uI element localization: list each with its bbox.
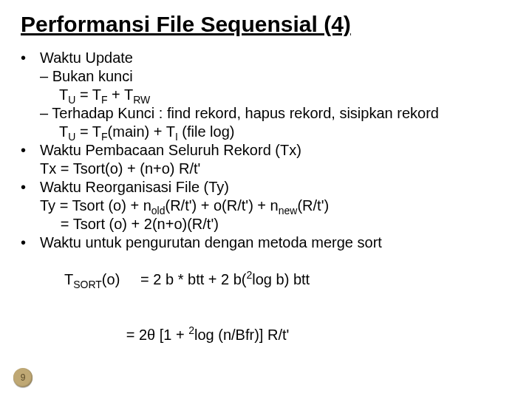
- eq-part: log (n/Bfr)] R/t': [194, 327, 289, 343]
- eq-part: Ty = Tsort (o) + n: [40, 197, 151, 214]
- eq-part: T: [59, 123, 68, 140]
- eq-part: = T: [75, 123, 101, 140]
- bullet-text: Waktu Reorganisasi File (Ty): [40, 178, 511, 197]
- eq-part: T: [59, 86, 68, 103]
- equation-tu-2: TU = TF(main) + TI (file log): [59, 123, 511, 141]
- bullet-text: Waktu untuk pengurutan dengan metoda mer…: [40, 233, 511, 252]
- slide-title: Performansi File Sequensial (4): [21, 12, 511, 37]
- equation-ty-2: = Tsort (o) + 2(n+o)(R/t'): [40, 215, 511, 233]
- eq-part: + T: [108, 86, 134, 103]
- eq-sup: 2: [188, 324, 194, 336]
- eq-part: (o) = 2 b * btt + 2 b(: [102, 271, 247, 287]
- eq-sub: new: [279, 205, 298, 216]
- eq-part: = T: [75, 86, 101, 103]
- eq-part: (R/t') + o(R/t') + n: [166, 197, 279, 214]
- bullet-text: Waktu Pembacaan Seluruh Rekord (Tx): [40, 141, 511, 160]
- bullet-dot-icon: [21, 233, 40, 252]
- bullet-waktu-update: Waktu Update: [21, 49, 511, 67]
- equation-tu-1: TU = TF + TRW: [59, 86, 511, 104]
- eq-part: = 2θ [1 +: [64, 327, 188, 343]
- sub-bukan-kunci: – Bukan kunci: [40, 67, 511, 86]
- slide-content: Waktu Update – Bukan kunci TU = TF + TRW…: [21, 49, 511, 363]
- equation-tsort-2: = 2θ [1 + 2log (n/Bfr)] R/t': [40, 307, 511, 363]
- sub-terhadap-kunci: – Terhadap Kunci : find rekord, hapus re…: [40, 104, 511, 123]
- eq-part: log b) btt: [252, 271, 310, 287]
- eq-sub: SORT: [73, 279, 102, 290]
- bullet-waktu-pembacaan: Waktu Pembacaan Seluruh Rekord (Tx): [21, 141, 511, 160]
- page-number-badge: 9: [13, 368, 33, 387]
- equation-tx: Tx = Tsort(o) + (n+o) R/t': [40, 160, 511, 178]
- eq-part: (main) + T: [108, 123, 175, 140]
- equation-tsort-1: TSORT(o) = 2 b * btt + 2 b(2log b) btt: [40, 252, 511, 307]
- equation-ty-1: Ty = Tsort (o) + nold(R/t') + o(R/t') + …: [40, 197, 511, 215]
- bullet-waktu-reorganisasi: Waktu Reorganisasi File (Ty): [21, 178, 511, 197]
- eq-part: T: [64, 271, 73, 287]
- bullet-dot-icon: [21, 178, 40, 197]
- eq-part: (file log): [178, 123, 235, 140]
- bullet-waktu-pengurutan: Waktu untuk pengurutan dengan metoda mer…: [21, 233, 511, 252]
- bullet-dot-icon: [21, 141, 40, 160]
- bullet-dot-icon: [21, 49, 40, 67]
- bullet-text: Waktu Update: [40, 49, 511, 67]
- eq-part: (R/t'): [297, 197, 329, 214]
